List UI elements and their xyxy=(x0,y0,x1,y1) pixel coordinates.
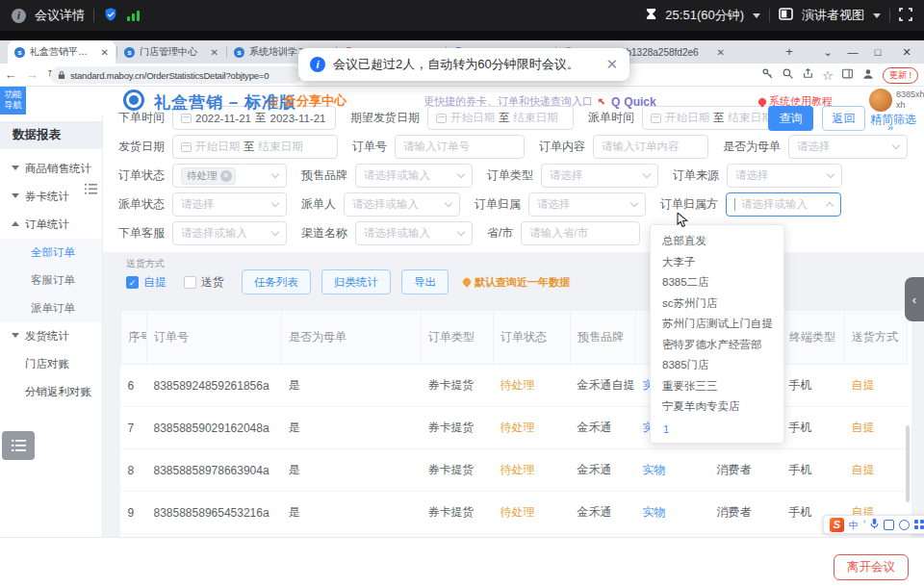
dropdown-option[interactable]: sc苏州门店 xyxy=(651,294,783,315)
expand-more-icon[interactable]: » xyxy=(887,121,893,133)
table-cell[interactable]: 实物 xyxy=(636,492,710,534)
back-button[interactable]: 返回 xyxy=(822,106,865,131)
table-scrollbar[interactable] xyxy=(906,425,910,502)
ime-toolbar[interactable]: S 中 ’ xyxy=(823,515,924,534)
forward-icon[interactable]: → xyxy=(21,67,42,82)
filter-select[interactable]: 请选择或输入 xyxy=(344,192,460,217)
filter-select[interactable]: 请选择或输入 xyxy=(726,192,841,217)
filter-select[interactable]: 请选择或输入 xyxy=(355,164,473,188)
ime-punct-icon[interactable]: ’ xyxy=(863,518,865,532)
sidebar-item[interactable]: 门店对账 xyxy=(0,350,102,378)
browser-tab[interactable]: s礼盒营销平台管理中心✕ xyxy=(8,40,116,64)
dropdown-option[interactable]: 苏州门店测试上门自提 xyxy=(651,314,783,335)
side-panel-icon[interactable] xyxy=(841,67,854,83)
meeting-timer[interactable]: 25:51(60分钟) xyxy=(665,7,744,24)
video-panel-expand-button[interactable]: ‹ xyxy=(905,277,924,321)
signal-icon[interactable] xyxy=(127,10,140,21)
ime-mic-icon[interactable] xyxy=(870,516,879,533)
filter-select[interactable]: 请选择或输入 xyxy=(172,221,287,245)
ime-logo-icon[interactable]: S xyxy=(830,518,844,532)
classify-stats-button[interactable]: 归类统计 xyxy=(321,269,391,294)
sidebar-subitem[interactable]: 全部订单 xyxy=(0,239,102,267)
table-row[interactable]: 783858859029162048a是券卡提货待处理金禾通实物消费者手机自提 xyxy=(121,407,908,449)
checkbox-label[interactable]: 自提 xyxy=(143,274,167,291)
floating-list-button[interactable] xyxy=(2,431,35,460)
tab-close-icon[interactable]: ✕ xyxy=(717,47,725,58)
filter-select[interactable]: 待处理✕ xyxy=(172,164,287,188)
filter-input[interactable]: 开始日期至结束日期 xyxy=(172,135,338,159)
tab-close-icon[interactable]: ✕ xyxy=(101,47,109,58)
filter-select[interactable]: 请选择 xyxy=(172,192,287,217)
ime-chinese-mode-icon[interactable]: 中 xyxy=(849,518,859,532)
bookmark-star-icon[interactable]: ☆ xyxy=(822,68,834,83)
dropdown-option[interactable]: 宁夏羊肉专卖店 xyxy=(651,396,783,418)
feature-nav-button[interactable]: 功能导航 xyxy=(0,87,26,115)
dropdown-option[interactable]: 密特罗德水产经营部 xyxy=(651,335,783,356)
browser-tab[interactable]: s门店管理中心✕ xyxy=(117,40,225,64)
back-icon[interactable]: ← xyxy=(0,67,21,82)
filter-input[interactable]: 开始日期至结束日期 xyxy=(642,106,782,130)
tab-close-icon[interactable]: ✕ xyxy=(211,47,218,58)
filter-select[interactable]: 请选择 xyxy=(727,164,842,188)
dropdown-option[interactable]: 8385门店 xyxy=(651,355,783,376)
dropdown-option[interactable]: 大李子 xyxy=(651,252,783,273)
dropdown-option[interactable]: 重要张三三 xyxy=(651,376,783,397)
checkbox-unchecked[interactable] xyxy=(184,276,196,289)
shield-icon[interactable] xyxy=(103,7,118,25)
sidebar-item[interactable]: 发货统计 xyxy=(0,322,102,350)
key-icon[interactable] xyxy=(761,67,774,83)
fullscreen-icon[interactable] xyxy=(899,8,912,24)
share-center-link[interactable]: 合分享中心 xyxy=(268,92,346,110)
dropdown-option[interactable]: 总部直发 xyxy=(651,231,783,252)
zoom-icon[interactable] xyxy=(782,67,794,83)
window-maximize-button[interactable]: □ xyxy=(868,43,887,61)
table-cell: 83858859029162048a xyxy=(147,407,282,449)
checkbox-label[interactable]: 送货 xyxy=(201,274,224,291)
export-button[interactable]: 导出 xyxy=(401,269,449,294)
ime-grid-icon[interactable] xyxy=(914,520,924,529)
quick-entry-tip[interactable]: 更快捷的券卡、订单和快递查询入口 Q Quick xyxy=(424,94,656,109)
sidebar-subitem[interactable]: 派单订单 xyxy=(0,294,102,322)
dropdown-option[interactable]: 8385二店 xyxy=(651,272,783,294)
filter-input[interactable]: 开始日期至结束日期 xyxy=(427,106,574,130)
share-icon[interactable] xyxy=(802,67,814,83)
table-row[interactable]: 883858858978663904a是券卡提货待处理金禾通实物消费者手机自提 xyxy=(121,449,908,492)
meeting-details-button[interactable]: 会议详情 xyxy=(35,7,85,24)
filter-select[interactable]: 请选择 xyxy=(528,192,646,217)
tab-search-icon[interactable]: ⌄ xyxy=(818,43,837,61)
filter-select[interactable]: 请选择 xyxy=(541,164,658,188)
view-mode-button[interactable]: 演讲者视图 xyxy=(802,7,864,24)
window-close-button[interactable]: ✕ xyxy=(897,43,916,61)
update-button[interactable]: 更新 ! xyxy=(883,67,918,84)
window-minimize-button[interactable]: — xyxy=(843,43,862,61)
chevron-down-icon[interactable] xyxy=(873,13,881,18)
filter-input[interactable]: 请输入省/市 xyxy=(521,221,640,245)
dropdown-pagination[interactable]: 1 xyxy=(651,418,783,435)
task-list-button[interactable]: 任务列表 xyxy=(242,269,311,294)
tag-remove-icon[interactable]: ✕ xyxy=(220,170,232,182)
ime-emoji-icon[interactable] xyxy=(899,520,910,530)
sidebar-subitem[interactable]: 客服订单 xyxy=(0,267,102,294)
filter-select[interactable]: 请选择或输入 xyxy=(355,221,473,245)
address-bar[interactable]: standard.maboy.cn/OrderStatisticsDetail?… xyxy=(50,66,302,84)
sidebar-item[interactable]: 商品销售统计 xyxy=(0,155,102,183)
tutorial-link[interactable]: 系统使用教程 xyxy=(758,94,833,109)
profile-icon[interactable] xyxy=(861,67,875,84)
filter-input[interactable]: 请输入订单内容 xyxy=(593,135,708,159)
table-cell[interactable]: 实物 xyxy=(636,449,710,492)
table-row[interactable]: 683858924859261856a是券卡提货待处理金禾通自提实物消费者手机自… xyxy=(121,365,908,407)
filter-input[interactable]: 请输入订单号 xyxy=(395,135,525,159)
ime-skin-icon[interactable] xyxy=(884,520,894,530)
leave-meeting-button[interactable]: 离开会议 xyxy=(834,554,909,580)
checkbox-checked[interactable]: ✓ xyxy=(126,276,139,289)
filter-select[interactable]: 请选择 xyxy=(788,135,908,159)
table-row[interactable]: 983858858965453216a是券卡提货待处理金禾通实物消费者手机自提 xyxy=(121,492,908,534)
user-avatar[interactable] xyxy=(869,89,892,112)
sidebar-collapse-icon[interactable] xyxy=(85,181,97,198)
sidebar-item[interactable]: 订单统计 xyxy=(0,211,102,239)
search-button[interactable]: 查询 xyxy=(768,106,813,131)
chevron-down-icon[interactable] xyxy=(753,13,760,18)
close-icon[interactable]: ✕ xyxy=(605,56,618,73)
new-tab-button[interactable]: + xyxy=(782,44,797,60)
sidebar-item[interactable]: 分销返利对账 xyxy=(0,378,102,406)
